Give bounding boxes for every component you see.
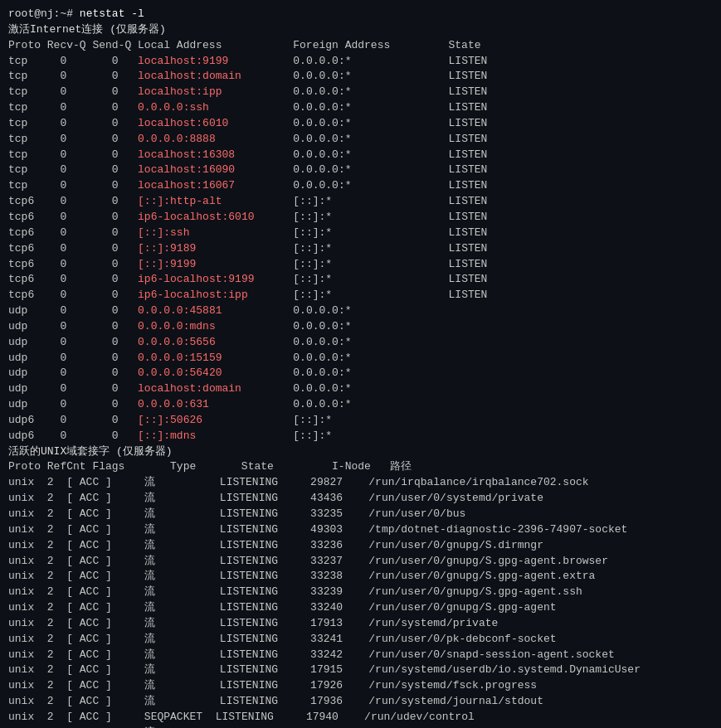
sendq-cell: 0 [112,117,138,129]
col-header-unix: Proto RefCnt Flags Type State I-Node 路径 [8,459,713,475]
unix-proto-cell: unix [8,523,47,536]
local-addr-cell: ip6-localhost:ipp [138,289,293,301]
proto-cell: tcp6 [8,195,60,207]
proto-cell: udp6 [8,414,60,426]
unix-inode-cell: 29827 [310,476,368,488]
unix-row: unix 2 [ ACC ] 流 LISTENING 17913 /run/sy… [8,616,713,632]
state-cell: LISTEN [449,117,488,129]
unix-refcnt-cell: 2 [47,570,66,582]
tcp-row: udp6 0 0 [::]:mdns [::]:* [8,429,713,444]
proto-cell: tcp [8,163,60,176]
local-addr-cell: localhost:16308 [138,148,293,161]
unix-state-cell: LISTENING [220,492,310,504]
sendq-cell: 0 [112,382,138,395]
proto-cell: tcp [8,133,60,145]
unix-row: unix 2 [ ACC ] 流 LISTENING 33239 /run/us… [8,585,713,600]
unix-row: unix 2 [ ACC ] 流 LISTENING 33238 /run/us… [8,569,713,585]
unix-path-cell: /run/user/0/gnupg/S.gpg-agent.browser [368,555,608,567]
unix-flags-cell: [ ACC ] [66,476,144,488]
tcp-row: tcp6 0 0 ip6-localhost:6010 [::]:* LISTE… [8,210,713,226]
tcp-row: udp 0 0 localhost:domain 0.0.0.0:* [8,381,713,397]
state-cell: LISTEN [449,55,488,67]
recvq-cell: 0 [60,101,111,114]
state-cell: LISTEN [449,242,488,255]
unix-state-cell: LISTENING [220,679,310,692]
foreign-addr-cell: 0.0.0.0:* [293,179,448,192]
tcp-row: udp 0 0 0.0.0.0:45881 0.0.0.0:* [8,303,713,319]
local-addr-cell: 0.0.0.0:15159 [138,352,293,364]
local-addr-cell: ip6-localhost:9199 [138,273,293,285]
unix-state-cell: LISTENING [220,523,310,536]
foreign-addr-cell: [::]:* [293,258,448,270]
foreign-addr-cell: [::]:* [293,195,448,207]
local-addr-cell: [::]:9199 [138,258,293,270]
unix-inode-cell: 17926 [310,679,368,692]
local-addr-cell: 0.0.0.0:mdns [138,320,293,332]
local-addr-cell: [::]:ssh [138,226,293,239]
local-addr-cell: localhost:16090 [138,163,293,176]
tcp-row: tcp6 0 0 ip6-localhost:ipp [::]:* LISTEN [8,288,713,303]
unix-proto-cell: unix [8,507,47,520]
unix-inode-cell: 43436 [310,492,368,504]
recvq-cell: 0 [60,273,111,285]
unix-flags-cell: [ ACC ] [66,539,144,551]
recvq-cell: 0 [60,366,111,379]
unix-inode-cell: 17936 [310,695,368,707]
proto-cell: tcp6 [8,242,60,255]
proto-cell: udp [8,366,60,379]
unix-path-cell: /run/user/0/snapd-session-agent.socket [368,648,614,661]
recvq-cell: 0 [60,304,111,317]
state-cell: LISTEN [449,211,488,223]
tcp-row: tcp6 0 0 [::]:http-alt [::]:* LISTEN [8,194,713,210]
unix-state-cell: LISTENING [220,539,310,551]
unix-type-cell: 流 [144,648,220,661]
recvq-cell: 0 [60,242,111,255]
unix-row: unix 2 [ ACC ] SEQPACKET LISTENING 17940… [8,710,713,726]
sendq-cell: 0 [112,70,138,82]
sendq-cell: 0 [112,179,138,192]
unix-state-cell: LISTENING [220,633,310,645]
sendq-cell: 0 [112,398,138,410]
proto-cell: udp [8,320,60,332]
unix-path-cell: /run/systemd/fsck.progress [368,679,537,692]
foreign-addr-cell: 0.0.0.0:* [293,352,448,364]
foreign-addr-cell: [::]:* [293,226,448,239]
recvq-cell: 0 [60,55,111,67]
unix-type-cell: 流 [144,555,220,567]
unix-flags-cell: [ ACC ] [66,523,144,536]
prompt: root@nj:~# [8,7,80,20]
unix-proto-cell: unix [8,695,47,707]
recvq-cell: 0 [60,179,111,192]
foreign-addr-cell: 0.0.0.0:* [293,382,448,395]
foreign-addr-cell: 0.0.0.0:* [293,101,448,114]
unix-state-cell: LISTENING [220,617,310,629]
section1-header: 激活Internet连接 (仅服务器) [8,22,713,38]
unix-flags-cell: [ ACC ] [66,601,144,614]
tcp-row: tcp 0 0 localhost:16090 0.0.0.0:* LISTEN [8,163,713,178]
sendq-cell: 0 [112,258,138,270]
unix-flags-cell: [ ACC ] [66,695,144,707]
unix-inode-cell: 33240 [310,601,368,614]
tcp-row: udp 0 0 0.0.0.0:5656 0.0.0.0:* [8,335,713,351]
state-cell: LISTEN [449,226,488,239]
unix-type-cell: 流 [144,633,220,645]
unix-state-cell: LISTENING [216,711,306,723]
foreign-addr-cell: 0.0.0.0:* [293,398,448,410]
tcp-row: tcp 0 0 localhost:domain 0.0.0.0:* LISTE… [8,69,713,85]
tcp-rows: tcp 0 0 localhost:9199 0.0.0.0:* LISTENt… [8,54,713,444]
proto-cell: tcp [8,179,60,192]
unix-refcnt-cell: 2 [47,523,66,536]
state-cell: LISTEN [449,85,488,98]
unix-refcnt-cell: 2 [47,601,66,614]
unix-refcnt-cell: 2 [47,555,66,567]
unix-flags-cell: [ ACC ] [66,648,144,661]
local-addr-cell: [::]:http-alt [138,195,293,207]
sendq-cell: 0 [112,163,138,176]
foreign-addr-cell: 0.0.0.0:* [293,304,448,317]
proto-cell: udp6 [8,430,60,442]
unix-inode-cell: 49303 [310,523,368,536]
unix-type-cell: 流 [144,476,220,488]
foreign-addr-cell: 0.0.0.0:* [293,148,448,161]
local-addr-cell: ip6-localhost:6010 [138,211,293,223]
sendq-cell: 0 [112,289,138,301]
